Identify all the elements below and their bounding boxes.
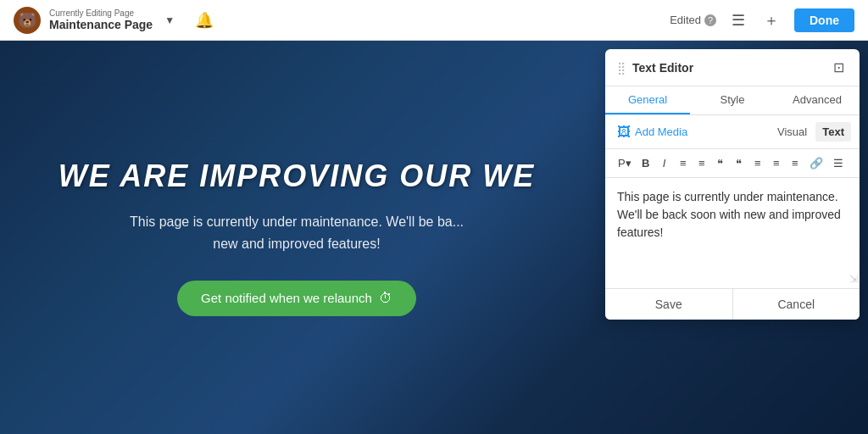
view-toggle: Visual Text <box>771 122 851 142</box>
more-options-button[interactable]: ☰ <box>829 154 848 172</box>
editor-tabs: General Style Advanced <box>605 86 860 115</box>
editor-title-row: ⣿ Text Editor <box>617 61 693 75</box>
minimize-button[interactable]: ⊡ <box>830 58 848 77</box>
tab-advanced[interactable]: Advanced <box>775 86 860 114</box>
text-editor-panel: ⣿ Text Editor ⊡ General Style Advanced 🖼… <box>605 49 860 320</box>
paragraph-format-button[interactable]: P▾ <box>614 154 636 172</box>
unordered-list-button[interactable]: ≡ <box>675 154 692 172</box>
subtext: This page is currently under maintenance… <box>130 211 464 254</box>
italic-button[interactable]: I <box>656 154 673 172</box>
list-view-button[interactable]: ☰ <box>728 8 748 33</box>
editor-content-area[interactable]: This page is currently under maintenance… <box>605 178 860 288</box>
add-media-button[interactable]: 🖼 Add Media <box>614 123 691 142</box>
blockquote-button[interactable]: ❝ <box>712 154 729 172</box>
topbar: 🐻 Currently Editing Page Maintenance Pag… <box>0 0 868 41</box>
editor-content-text: This page is currently under maintenance… <box>617 190 841 239</box>
ordered-list-button[interactable]: ≡ <box>693 154 710 172</box>
logo-icon: 🐻 <box>14 7 41 34</box>
link-button[interactable]: 🔗 <box>805 154 827 172</box>
done-button[interactable]: Done <box>794 8 854 32</box>
format-toolbar: P▾ B I ≡ ≡ ❝ ❝ ≡ ≡ ≡ 🔗 ☰ <box>605 149 860 178</box>
topbar-title: Maintenance Page <box>49 18 153 31</box>
page-content: WE ARE IMPROVING OUR WE This page is cur… <box>0 41 593 434</box>
visual-view-button[interactable]: Visual <box>771 122 814 142</box>
blockquote2-button[interactable]: ❝ <box>731 154 748 172</box>
bold-button[interactable]: B <box>637 154 654 172</box>
tab-style[interactable]: Style <box>690 86 775 114</box>
topbar-title-group: Currently Editing Page Maintenance Page <box>49 8 153 31</box>
topbar-right: Edited ? ☰ ＋ Done <box>670 7 854 34</box>
main-heading: WE ARE IMPROVING OUR WE <box>58 159 536 194</box>
notification-bell-button[interactable]: 🔔 <box>192 8 217 33</box>
add-media-icon: 🖼 <box>617 125 631 140</box>
cancel-button[interactable]: Cancel <box>733 289 860 320</box>
editor-title: Text Editor <box>632 61 693 75</box>
text-view-button[interactable]: Text <box>815 122 851 142</box>
help-icon[interactable]: ? <box>704 14 716 26</box>
align-center-button[interactable]: ≡ <box>768 154 785 172</box>
topbar-subtitle: Currently Editing Page <box>49 8 153 18</box>
cta-button[interactable]: Get notified when we relaunch ⏱ <box>177 281 416 316</box>
editor-header: ⣿ Text Editor ⊡ <box>605 49 860 86</box>
main-area: WE ARE IMPROVING OUR WE This page is cur… <box>0 41 868 434</box>
resize-handle-icon[interactable]: ⇲ <box>849 271 858 287</box>
tab-general[interactable]: General <box>605 86 690 114</box>
add-button[interactable]: ＋ <box>760 7 782 34</box>
editor-footer: Save Cancel <box>605 288 860 320</box>
align-right-button[interactable]: ≡ <box>787 154 804 172</box>
save-button[interactable]: Save <box>605 289 733 320</box>
edited-status: Edited ? <box>670 14 716 26</box>
drag-handle-icon[interactable]: ⣿ <box>617 61 626 75</box>
topbar-left: 🐻 Currently Editing Page Maintenance Pag… <box>14 7 217 34</box>
editor-toolbar-row: 🖼 Add Media Visual Text <box>605 115 860 149</box>
chevron-down-button[interactable]: ▼ <box>161 11 178 30</box>
clock-icon: ⏱ <box>379 291 392 306</box>
align-left-button[interactable]: ≡ <box>749 154 766 172</box>
